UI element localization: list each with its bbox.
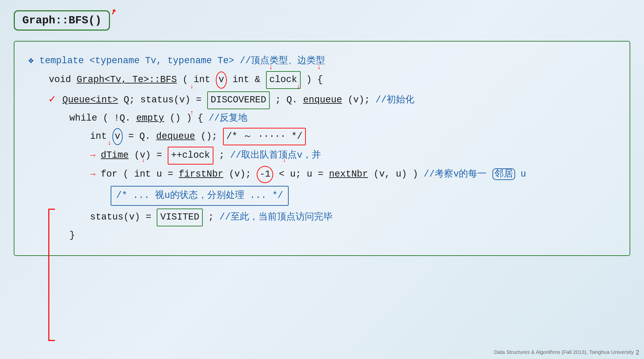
line-close-brace: } [28,228,616,244]
line-queue: ✓ Queue<int> Q; status(v) = DISCOVERED ;… [28,90,616,109]
bfs-method: BFS [160,75,177,85]
param-v: v [216,71,227,89]
visited-box: VISITED [157,209,202,226]
plusplus-clock: ++clock [168,147,213,165]
line-dequeue: int v = Q. dequeue (); /* ～ ····· */ [28,128,616,146]
int-amp: int & [233,75,266,85]
bfs-open: ( int [182,75,216,85]
dequeue-semi: (); [201,131,223,142]
for-semi1: (v); [229,169,257,179]
discovered-box: DISCOVERED [207,91,270,109]
slide: Graph::BFS() ↗ ❖ template <typename Tv, … [0,0,644,359]
dtime-semi: ; [219,150,230,160]
checkmark: ✓ [49,93,55,106]
line-dtime: → dTime (v) = ++clock ; //取出队首顶点v，并 ↓ [28,147,616,165]
comment-dequeue: /* ～ ····· */ [223,128,306,146]
while-rest: () ) { [170,113,209,123]
while-keyword: while ( !Q. [69,113,131,123]
comment-while: //反复地 [209,113,247,123]
dequeue-method: dequeue [156,131,195,142]
brace-open: ) { [306,75,323,85]
nextnbr-method: nextNbr [329,169,368,179]
content-box: ❖ template <typename Tv, typename Te> //… [14,41,630,256]
arrow-dtime: → [90,150,101,160]
line-status-visited: status(v) = VISITED ; //至此，当前顶点访问完毕 [28,209,616,226]
dequeue-assign: = Q. [128,131,151,142]
discovered-arrow-down: ↓ [190,81,194,92]
line-void-bfs: void Graph<Tv, Te>::BFS ( int v int & cl… [28,71,616,89]
line-comment-block: /* ... 视u的状态，分别处理 ... */ [28,186,616,206]
graph-class: Graph<Tv, Te>:: [77,75,160,85]
plusplus-arrow: ↓ [107,137,111,149]
enqueue-prefix: ; Q. [275,95,298,105]
neighbor-circle: 邻居 [492,168,515,180]
line-while: while ( !Q. empty () ) { //反复地 [28,111,616,126]
comment-visited: //至此，当前顶点访问完毕 [219,212,332,222]
line-for: → for ( int u = firstNbr (v); -1 < u; u … [28,166,616,183]
queue-type: Queue<int> [62,95,118,105]
title-arrow: ↗ [108,4,118,18]
comment-u: u [521,169,526,179]
comment-for: //考察v的每一 [424,169,487,179]
visited-semi: ; [208,212,219,222]
clock-param: clock [266,71,301,89]
minus-one: -1 [257,166,273,183]
template-rest: <typename Tv, typename Te> //顶点类型、边类型 [89,56,325,66]
status-call: status(v) = [90,212,157,222]
title-text: Graph::BFS() [22,14,101,27]
for-keyword: for ( int u = [101,169,179,179]
diamond-bullet: ❖ [28,56,39,66]
nextnbr-arrow: ↓ [282,155,286,166]
footer-text: Data Structures & Algorithms (Fall 2013)… [494,349,634,355]
page-number: 2 [636,349,639,356]
template-keyword: template [39,56,84,66]
comment-init: //初始化 [376,95,414,105]
footer-label: Data Structures & Algorithms (Fall 2013)… [494,349,634,355]
for-args: (v, u) ) [374,169,424,179]
dtime-assign: (v) = [134,150,167,160]
void-keyword: void [49,75,77,85]
comment-dtime: //取出队首顶点v，并 [230,150,321,160]
for-cond: < u; u = [279,169,329,179]
local-v: v [112,128,123,145]
dtime-method: dTime [101,150,129,160]
arrow-for: → [90,169,101,179]
enqueue-call: (v); [348,95,376,105]
empty-method: empty [136,113,164,123]
queue-decl: Q; status(v) = [124,95,207,105]
enqueue-method: enqueue [303,95,342,105]
close-brace: } [69,230,75,240]
arrow-clock-down: ↓ [317,61,321,73]
firstnbr-arrow: ↓ [142,155,145,166]
arrow-v-down: ↓ [269,61,273,73]
line-template: ❖ template <typename Tv, typename Te> //… [28,53,616,69]
title-box: Graph::BFS() ↗ [14,10,110,31]
firstnbr-method: firstNbr [179,169,223,179]
comment-block-box: /* ... 视u的状态，分别处理 ... */ [111,186,289,206]
enqueue-arrow-down: ↓ [296,81,300,92]
page-number-text: 2 [636,349,639,356]
